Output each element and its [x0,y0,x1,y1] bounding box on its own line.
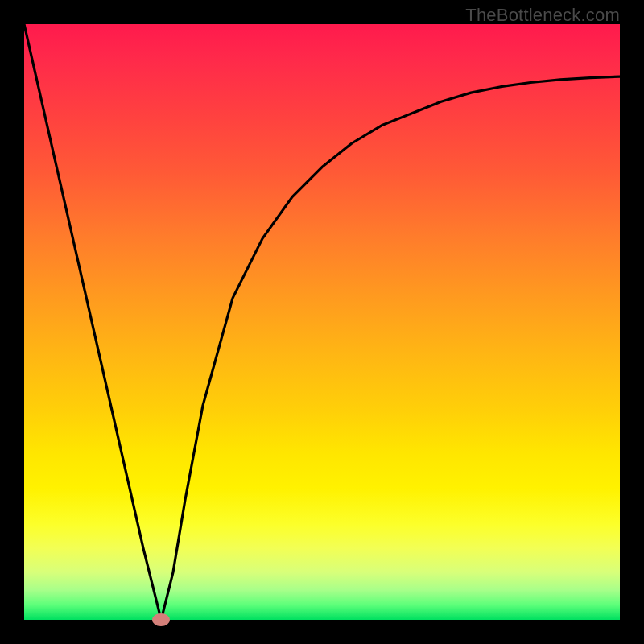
curve-svg [24,24,620,620]
chart-container: TheBottleneck.com [0,0,644,644]
minimum-marker [152,613,170,626]
watermark-text: TheBottleneck.com [465,5,620,26]
plot-area [24,24,620,620]
curve-path [24,24,620,620]
